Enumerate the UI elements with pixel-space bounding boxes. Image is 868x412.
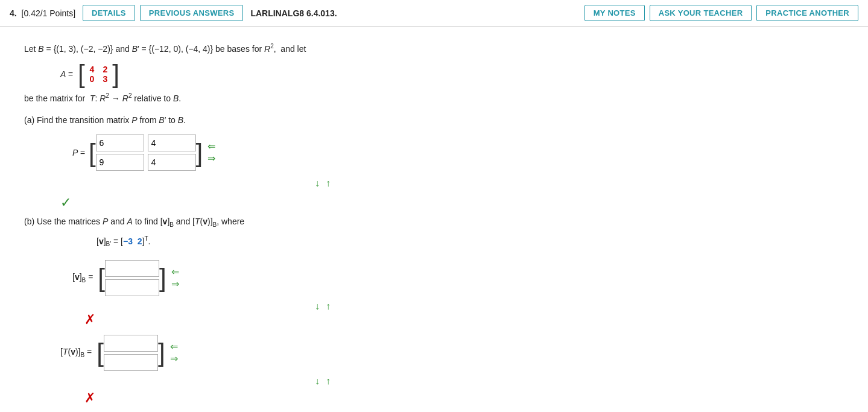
vb-input-grid	[105, 258, 159, 299]
tvb-arrow-left[interactable]: ⇐	[169, 342, 179, 352]
vb-arrow-right[interactable]: ⇒	[170, 279, 180, 289]
a21: 0	[90, 74, 95, 84]
ask-teacher-button[interactable]: ASK YOUR TEACHER	[650, 5, 752, 21]
tvb-input-1[interactable]	[104, 335, 158, 352]
p-matrix-block: P = [ ] ⇐ ⇒	[72, 132, 519, 173]
my-notes-button[interactable]: MY NOTES	[584, 5, 645, 21]
vb-bracket-right: ]	[159, 267, 166, 290]
p-arrow-up[interactable]: ↑	[324, 178, 332, 189]
p-arrow-left[interactable]: ⇐	[206, 142, 217, 151]
tvb-arrow-right[interactable]: ⇒	[169, 354, 179, 364]
vb-label: [v]B =	[72, 272, 93, 284]
part-b-label: (b) Use the matrices P and A to find [v]…	[24, 217, 519, 228]
p-bracket-right: ]	[196, 142, 203, 165]
vb-down-up: ↓ ↑	[127, 301, 519, 312]
tvb-matrix-block: [T(v)]B = [ ] ⇐ ⇒	[60, 332, 519, 373]
points-text: [0.42/1 Points]	[22, 8, 76, 18]
matrix-a-row2: 0 3	[90, 74, 108, 84]
p-input-grid	[96, 132, 196, 173]
tvb-xmark: ✗	[84, 390, 519, 406]
p-label: P =	[72, 148, 85, 157]
tvb-input-2[interactable]	[104, 354, 158, 371]
tvb-input-grid	[104, 332, 158, 373]
p-bracket-left: [	[89, 142, 96, 165]
p-side-arrows: ⇐ ⇒	[206, 142, 217, 163]
problem-id: LARLINALG8 6.4.013.	[250, 8, 337, 18]
part-a-checkmark: ✓	[60, 195, 519, 211]
matrix-a-label: A =	[60, 69, 73, 79]
matrix-a-values: 4 2 0 3	[85, 63, 113, 85]
p-input-21[interactable]	[96, 154, 144, 171]
tvb-down-up: ↓ ↑	[127, 376, 519, 387]
p-row2	[96, 154, 196, 171]
p-arrow-right[interactable]: ⇒	[206, 154, 217, 163]
q-num-text: 4.	[10, 8, 17, 18]
p-row1	[96, 135, 196, 151]
part-a-label: (a) Find the transition matrix P from B′…	[24, 115, 519, 125]
a12: 2	[103, 65, 107, 74]
question-number: 4. [0.42/1 Points]	[10, 8, 75, 18]
matrix-text: be the matrix for T: R2 → R2 relative to…	[24, 90, 519, 106]
vb-input-1[interactable]	[105, 260, 159, 277]
tvb-arrow-down[interactable]: ↓	[313, 376, 322, 387]
p-arrow-down[interactable]: ↓	[313, 178, 322, 189]
main-content: Let B = {(1, 3), (−2, −2)} and B′ = {(−1…	[0, 27, 543, 412]
bracket-left-a: [	[78, 63, 85, 86]
vb-bracket-left: [	[98, 267, 105, 290]
vb-side-arrows: ⇐ ⇒	[170, 267, 180, 289]
tvb-bracket-right: ]	[158, 341, 165, 364]
vb-arrow-down[interactable]: ↓	[313, 301, 322, 312]
bracket-right-a: ]	[112, 63, 119, 86]
practice-another-button[interactable]: PRACTICE ANOTHER	[756, 5, 858, 21]
vb-input-2[interactable]	[105, 279, 159, 296]
a11: 4	[90, 65, 95, 74]
a22: 3	[103, 74, 107, 84]
header-bar: 4. [0.42/1 Points] DETAILS PREVIOUS ANSW…	[0, 0, 868, 27]
vb-xmark: ✗	[84, 312, 519, 328]
matrix-a-row1: 4 2	[90, 65, 108, 74]
previous-answers-button[interactable]: PREVIOUS ANSWERS	[140, 5, 244, 21]
tvb-row1	[104, 335, 158, 352]
vb-arrow-up[interactable]: ↑	[324, 301, 332, 312]
details-button[interactable]: DETAILS	[83, 5, 135, 21]
vb-row1	[105, 260, 159, 277]
p-input-11[interactable]	[96, 135, 144, 151]
tvb-side-arrows: ⇐ ⇒	[169, 342, 179, 364]
vb-prime-value: [v]B′ = [−3 2]T.	[97, 235, 519, 247]
matrix-a-definition: A = [ 4 2 0 3 ]	[60, 63, 519, 86]
tvb-label: [T(v)]B =	[60, 347, 92, 358]
tvb-arrow-up[interactable]: ↑	[324, 376, 332, 387]
problem-intro: Let B = {(1, 3), (−2, −2)} and B′ = {(−1…	[24, 41, 519, 57]
vb-matrix-block: [v]B = [ ] ⇐ ⇒	[72, 258, 519, 299]
vb-row2	[105, 279, 159, 296]
tvb-row2	[104, 354, 158, 371]
p-down-up: ↓ ↑	[127, 178, 519, 189]
tvb-bracket-left: [	[97, 341, 104, 364]
p-input-22[interactable]	[148, 154, 196, 171]
p-input-12[interactable]	[148, 135, 196, 151]
vb-arrow-left[interactable]: ⇐	[170, 267, 180, 277]
